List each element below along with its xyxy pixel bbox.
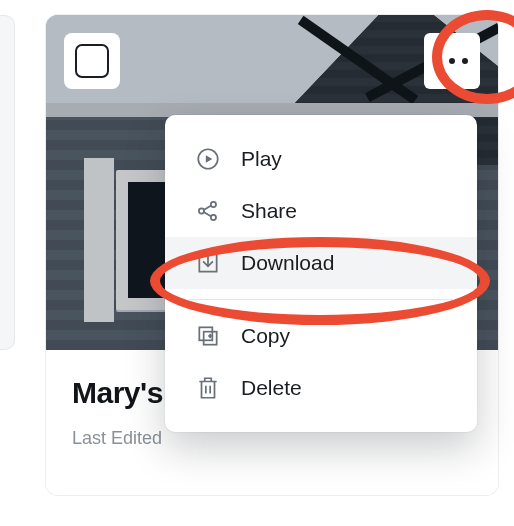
menu-item-label: Copy (241, 324, 290, 348)
dots-icon (436, 58, 442, 64)
context-menu: Play Share Download Copy Delete (165, 115, 477, 432)
more-options-button[interactable] (424, 33, 480, 89)
menu-item-label: Delete (241, 376, 302, 400)
share-icon (195, 198, 221, 224)
menu-item-share[interactable]: Share (165, 185, 477, 237)
menu-item-delete[interactable]: Delete (165, 362, 477, 414)
delete-icon (195, 375, 221, 401)
menu-item-label: Play (241, 147, 282, 171)
menu-item-download[interactable]: Download (165, 237, 477, 289)
previous-card-edge (0, 15, 15, 350)
menu-item-copy[interactable]: Copy (165, 310, 477, 362)
select-checkbox[interactable] (64, 33, 120, 89)
download-icon (195, 250, 221, 276)
menu-separator (189, 299, 453, 300)
copy-icon (195, 323, 221, 349)
menu-item-label: Download (241, 251, 334, 275)
play-icon (195, 146, 221, 172)
checkbox-icon (75, 44, 109, 78)
menu-item-label: Share (241, 199, 297, 223)
menu-item-play[interactable]: Play (165, 133, 477, 185)
